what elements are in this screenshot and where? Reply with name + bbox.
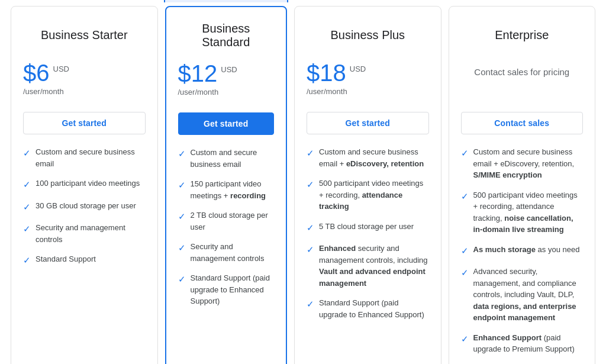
plan-card-enterprise: EnterpriseContact sales for pricingConta…	[449, 6, 596, 364]
price-value: $18	[307, 61, 346, 85]
feature-item: ✓5 TB cloud storage per user	[307, 221, 429, 235]
feature-text: 30 GB cloud storage per user	[36, 200, 136, 212]
check-icon: ✓	[23, 254, 31, 268]
plan-card-plus: Business Plus$18USD/user/monthGet starte…	[294, 6, 441, 364]
feature-text: Security and management controls	[191, 241, 275, 264]
feature-text: Enhanced security and management control…	[319, 243, 429, 289]
price-period: /user/month	[23, 87, 146, 96]
price-area: $6USD/user/month	[23, 61, 146, 102]
feature-text: 150 participant video meetings + recordi…	[191, 178, 275, 201]
check-icon: ✓	[307, 147, 314, 160]
feature-text: As much storage as you need	[473, 244, 580, 256]
feature-text: Advanced security, management, and compl…	[473, 266, 584, 324]
cta-button-standard[interactable]: Get started	[178, 112, 275, 135]
feature-text: Custom and secure business email + eDisc…	[473, 146, 584, 181]
feature-item: ✓Standard Support (paid upgrade to Enhan…	[178, 272, 275, 307]
feature-text: Standard Support (paid upgrade to Enhanc…	[191, 272, 275, 307]
check-icon: ✓	[461, 333, 469, 346]
feature-item: ✓Advanced security, management, and comp…	[461, 266, 584, 324]
price-area: $18USD/user/month	[307, 61, 429, 102]
price-currency: USD	[221, 65, 237, 74]
check-icon: ✓	[307, 178, 314, 192]
popular-wrapper: MOST POPULARBusiness Standard$12USD/user…	[165, 6, 288, 364]
price-value: $6	[23, 61, 50, 85]
feature-text: Standard Support	[36, 253, 96, 265]
feature-text: Custom and secure business email	[36, 146, 146, 169]
price-value: $12	[178, 62, 218, 85]
feature-item: ✓2 TB cloud storage per user	[178, 210, 275, 233]
price-period: /user/month	[307, 87, 429, 96]
feature-item: ✓Standard Support	[23, 253, 146, 268]
check-icon: ✓	[461, 190, 469, 204]
feature-item: ✓Custom and secure business email	[23, 146, 146, 169]
feature-item: ✓Custom and secure business email + eDis…	[307, 146, 429, 169]
feature-item: ✓100 participant video meetings	[23, 178, 146, 192]
check-icon: ✓	[178, 273, 186, 286]
cta-button-enterprise[interactable]: Contact sales	[461, 112, 584, 134]
feature-item: ✓Custom and secure business email + eDis…	[461, 146, 584, 181]
price-row: $6USD	[23, 61, 146, 85]
feature-text: 2 TB cloud storage per user	[191, 210, 275, 233]
check-icon: ✓	[23, 147, 31, 160]
plan-title: Business Starter	[23, 21, 146, 49]
feature-text: Security and management controls	[36, 222, 146, 245]
plan-title: Business Standard	[178, 21, 275, 50]
feature-item: ✓Enhanced Support (paid upgrade to Premi…	[461, 332, 584, 355]
price-period: /user/month	[178, 88, 275, 96]
features-list: ✓Custom and secure business email✓100 pa…	[23, 146, 146, 268]
check-icon: ✓	[307, 298, 314, 311]
cta-button-plus[interactable]: Get started	[307, 112, 429, 134]
check-icon: ✓	[461, 147, 469, 160]
check-icon: ✓	[307, 221, 314, 235]
feature-text: Enhanced Support (paid upgrade to Premiu…	[473, 332, 584, 355]
check-icon: ✓	[178, 210, 186, 224]
feature-text: Custom and secure business email + eDisc…	[319, 146, 429, 169]
price-currency: USD	[350, 65, 366, 73]
feature-item: ✓Enhanced security and management contro…	[307, 243, 429, 289]
feature-text: 5 TB cloud storage per user	[319, 221, 414, 233]
plan-title: Enterprise	[461, 21, 584, 49]
cta-button-starter[interactable]: Get started	[23, 112, 146, 134]
feature-item: ✓Standard Support (paid upgrade to Enhan…	[307, 297, 429, 320]
feature-item: ✓As much storage as you need	[461, 244, 584, 258]
check-icon: ✓	[307, 243, 314, 257]
plan-card-starter: Business Starter$6USD/user/monthGet star…	[11, 6, 158, 364]
features-list: ✓Custom and secure business email + eDis…	[461, 146, 584, 355]
feature-item: ✓500 participant video meetings + record…	[307, 178, 429, 212]
price-area: $12USD/user/month	[178, 62, 275, 103]
price-row: $12USD	[178, 62, 275, 85]
price-area: Contact sales for pricing	[461, 61, 584, 102]
check-icon: ✓	[461, 244, 469, 258]
feature-text: 500 participant video meetings + recordi…	[319, 178, 429, 212]
check-icon: ✓	[23, 201, 31, 214]
feature-item: ✓150 participant video meetings + record…	[178, 178, 275, 201]
feature-item: ✓30 GB cloud storage per user	[23, 200, 146, 214]
price-currency: USD	[53, 65, 69, 73]
plan-title: Business Plus	[307, 21, 429, 49]
check-icon: ✓	[178, 147, 186, 161]
feature-item: ✓Security and management controls	[23, 222, 146, 245]
feature-text: 100 participant video meetings	[36, 178, 140, 189]
features-list: ✓Custom and secure business email✓150 pa…	[178, 147, 275, 307]
check-icon: ✓	[178, 241, 186, 255]
check-icon: ✓	[23, 223, 31, 236]
feature-text: 500 participant video meetings + recordi…	[473, 189, 584, 236]
check-icon: ✓	[23, 178, 31, 192]
popular-badge: MOST POPULAR	[164, 0, 289, 2]
feature-item: ✓Custom and secure business email	[178, 147, 275, 170]
feature-item: ✓500 participant video meetings + record…	[461, 189, 584, 236]
price-row: $18USD	[307, 61, 429, 85]
check-icon: ✓	[461, 266, 469, 280]
pricing-container: Business Starter$6USD/user/monthGet star…	[1, 0, 605, 364]
feature-text: Custom and secure business email	[191, 147, 275, 170]
contact-pricing-label: Contact sales for pricing	[461, 67, 584, 77]
plan-card-standard: Business Standard$12USD/user/monthGet st…	[165, 6, 288, 364]
feature-item: ✓Security and management controls	[178, 241, 275, 264]
check-icon: ✓	[178, 179, 186, 192]
feature-text: Standard Support (paid upgrade to Enhanc…	[319, 297, 429, 320]
features-list: ✓Custom and secure business email + eDis…	[307, 146, 429, 320]
